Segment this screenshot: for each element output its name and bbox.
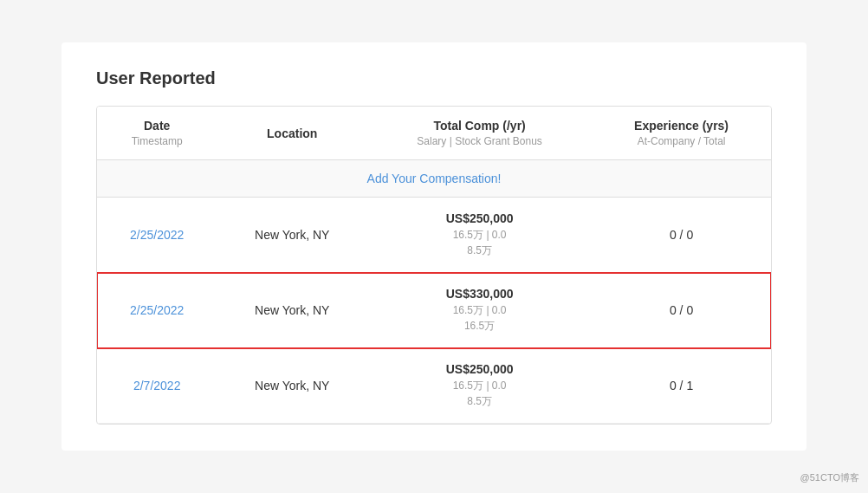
header-location: Location [217,107,367,160]
header-experience: Experience (yrs) At-Company / Total [592,107,771,160]
section-title: User Reported [96,68,772,88]
table-row: 2/25/2022 New York, NY US$250,000 16.5万 … [97,198,771,273]
row-2-date[interactable]: 2/7/2022 [97,348,217,424]
row-1-comp-main: US$330,000 [381,287,578,301]
row-0-comp-main: US$250,000 [381,211,578,225]
header-total-comp: Total Comp (/yr) Salary | Stock Grant Bo… [367,107,592,160]
row-2-comp: US$250,000 16.5万 | 0.0 8.5万 [367,348,592,424]
row-0-comp: US$250,000 16.5万 | 0.0 8.5万 [367,198,592,273]
row-0-comp-detail: 16.5万 | 0.0 8.5万 [381,227,578,258]
row-0-experience: 0 / 0 [592,198,771,273]
row-2-experience: 0 / 1 [592,348,771,424]
table-row: 2/7/2022 New York, NY US$250,000 16.5万 |… [97,348,771,424]
header-exp-sublabel: At-Company / Total [606,135,757,147]
row-2-comp-main: US$250,000 [381,362,578,376]
table-wrapper: Date Timestamp Location Total Comp (/yr)… [96,106,772,425]
row-1-comp-detail: 16.5万 | 0.0 16.5万 [381,302,578,334]
row-2-comp-detail: 16.5万 | 0.0 8.5万 [381,378,578,409]
row-2-location: New York, NY [217,348,367,424]
row-1-comp: US$330,000 16.5万 | 0.0 16.5万 [367,273,592,348]
add-compensation-link[interactable]: Add Your Compensation! [367,172,502,185]
header-date-sublabel: Timestamp [111,135,203,147]
row-1-date[interactable]: 2/25/2022 [97,273,217,348]
add-compensation-row: Add Your Compensation! [97,160,771,198]
main-container: User Reported Date Timestamp Location To… [62,42,806,451]
header-comp-label: Total Comp (/yr) [433,119,525,133]
header-date-label: Date [144,119,170,133]
row-1-experience: 0 / 0 [592,273,771,348]
header-location-label: Location [267,126,317,140]
header-date: Date Timestamp [97,107,217,160]
watermark: @51CTO博客 [800,471,859,484]
compensation-table: Date Timestamp Location Total Comp (/yr)… [97,107,771,424]
table-row-highlighted: 2/25/2022 New York, NY US$330,000 16.5万 … [97,273,771,348]
table-header-row: Date Timestamp Location Total Comp (/yr)… [97,107,771,160]
row-1-location: New York, NY [217,273,367,348]
row-0-location: New York, NY [217,198,367,273]
header-exp-label: Experience (yrs) [634,119,729,133]
header-comp-sublabel: Salary | Stock Grant Bonus [381,135,578,147]
row-0-date[interactable]: 2/25/2022 [97,198,217,273]
